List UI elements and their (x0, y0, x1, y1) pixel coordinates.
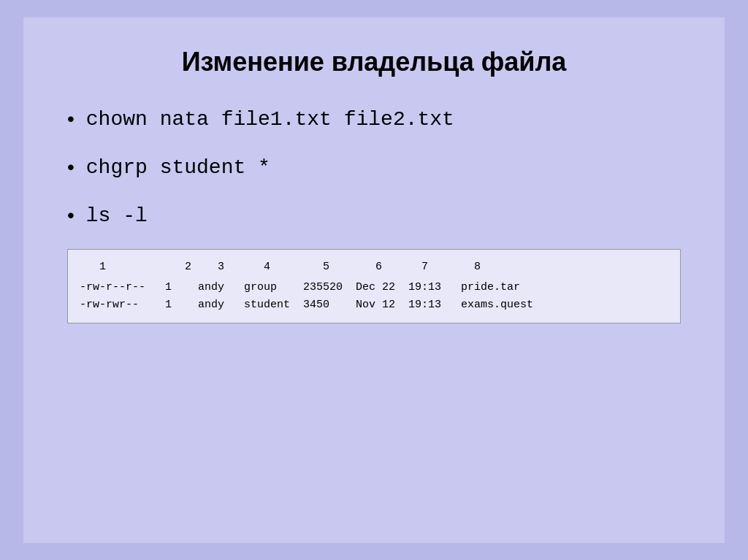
bullet-dot-1: • (67, 107, 75, 131)
bullet-text-ls: ls -l (86, 203, 148, 229)
bullet-item-chown: • chown nata file1.txt file2.txt (67, 107, 681, 133)
bullet-dot-3: • (67, 203, 75, 228)
bullet-dot-2: • (67, 155, 75, 180)
terminal-box: 1 2 3 4 5 6 7 8 -rw-r--r-- 1 andy group … (67, 249, 681, 323)
bullet-text-chgrp: chgrp student * (86, 155, 270, 181)
bullet-list: • chown nata file1.txt file2.txt • chgrp… (67, 107, 681, 323)
terminal-row-2: -rw-rwr-- 1 andy student 3450 Nov 12 19:… (80, 296, 668, 314)
bullet-item-chgrp: • chgrp student * (67, 155, 681, 181)
slide-title: Изменение владельца файла (67, 47, 681, 77)
terminal-row-1: -rw-r--r-- 1 andy group 235520 Dec 22 19… (80, 279, 668, 296)
bullet-item-ls: • ls -l 1 2 3 4 5 6 7 8 -rw-r--r-- 1 and… (67, 203, 681, 323)
bullet-text-chown: chown nata file1.txt file2.txt (86, 107, 454, 133)
terminal-header: 1 2 3 4 5 6 7 8 (80, 258, 668, 276)
slide: Изменение владельца файла • chown nata f… (23, 18, 725, 543)
